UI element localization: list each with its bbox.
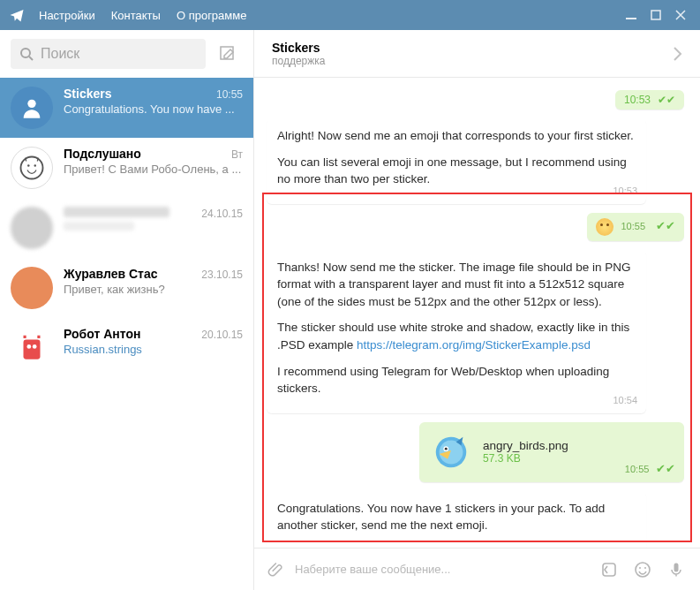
menu-settings[interactable]: Настройки [39, 9, 95, 22]
svg-rect-8 [24, 340, 41, 359]
chat-name: Журавлев Стас [64, 267, 158, 281]
file-size: 57.3 KB [483, 452, 568, 465]
chat-time: 20.10.15 [201, 329, 243, 341]
menu-about[interactable]: О программе [177, 9, 247, 22]
search-input[interactable]: Поиск [11, 39, 206, 69]
attach-icon[interactable] [267, 561, 284, 579]
link[interactable]: https://telegram.org/img/StickerExample.… [357, 338, 591, 352]
chat-preview: Привет! С Вами Робо-Олень, а ... [64, 163, 243, 176]
svg-point-2 [21, 49, 30, 57]
compose-button[interactable] [213, 39, 243, 69]
avatar [11, 147, 53, 189]
message-text: Congratulations. You now have 1 stickers… [277, 500, 636, 534]
message-out-file[interactable]: angry_birds.png 57.3 KB 10:55 ✔✔ [419, 422, 684, 482]
menu-contacts[interactable]: Контакты [111, 9, 161, 22]
emoji-icon [596, 218, 613, 236]
message-time: 10:54 [613, 394, 637, 408]
message-time: 10:53 [613, 185, 637, 199]
avatar [11, 207, 53, 249]
chat-preview [64, 222, 134, 231]
svg-rect-0 [626, 18, 636, 19]
svg-point-9 [26, 344, 31, 349]
mic-icon[interactable] [665, 561, 688, 579]
search-placeholder: Поиск [41, 46, 79, 62]
svg-point-6 [27, 164, 30, 167]
chat-subtitle: поддержка [272, 55, 672, 67]
avatar [11, 327, 53, 369]
message-in: Congratulations. You now have 1 stickers… [267, 491, 646, 548]
svg-point-17 [639, 567, 641, 569]
maximize-icon[interactable] [644, 4, 668, 26]
message-input[interactable]: Наберите ваше сообщение... [295, 563, 587, 576]
message-time: 10:55 ✔✔ [625, 462, 675, 475]
message-in: Thanks! Now send me the sticker. The ima… [267, 250, 646, 413]
message-time: 10:55 [621, 220, 645, 234]
chat-header: Stickers поддержка [254, 30, 700, 78]
message-out: 10:55 ✔✔ [587, 213, 684, 241]
message-time: 10:53 [624, 94, 651, 106]
svg-point-5 [21, 157, 43, 179]
link[interactable]: /publish [466, 545, 508, 548]
chat-title: Stickers [272, 41, 672, 55]
chat-time: 10:55 [216, 88, 243, 101]
chat-preview: Congratulations. You now have ... [64, 102, 243, 116]
chat-item[interactable]: Журавлев Стас23.10.15 Привет, как жизнь? [0, 258, 253, 318]
emoji-icon[interactable] [631, 561, 654, 579]
chat-time: Вт [231, 148, 243, 161]
message-text: The sticker should use white stroke and … [277, 319, 636, 353]
read-checks-icon: ✔✔ [656, 218, 675, 235]
svg-point-18 [644, 567, 646, 569]
sidebar: Поиск Stickers10:55 Congratulations. You… [0, 30, 254, 590]
svg-point-4 [27, 100, 35, 108]
app-logo-icon [7, 5, 26, 25]
command-icon[interactable] [598, 561, 621, 579]
message-text: You can list several emoji in one messag… [277, 154, 636, 188]
chat-item[interactable]: 24.10.15 [0, 198, 253, 258]
svg-rect-19 [674, 563, 679, 571]
chat-item[interactable]: Робот Антон20.10.15 Russian.strings [0, 318, 253, 378]
message-stub-out: 10:53 ✔✔ [615, 90, 684, 110]
chat-item-stickers[interactable]: Stickers10:55 Congratulations. You now h… [0, 78, 253, 138]
read-checks-icon: ✔✔ [658, 94, 675, 106]
message-text: Alright! Now send me an emoji that corre… [277, 127, 636, 145]
svg-point-14 [445, 447, 448, 450]
close-icon[interactable] [668, 4, 693, 26]
message-text: When you're done, simply send the /publi… [277, 543, 636, 548]
svg-point-7 [34, 164, 37, 167]
chat-time: 23.10.15 [201, 269, 243, 281]
messages-area[interactable]: 10:53 ✔✔ Alright! Now send me an emoji t… [254, 78, 700, 548]
chat-name: Подслушано [64, 147, 141, 161]
file-thumbnail-icon [430, 431, 472, 473]
chat-preview: Russian.strings [64, 343, 243, 356]
avatar [11, 267, 53, 309]
message-text: Thanks! Now send me the sticker. The ima… [277, 259, 636, 311]
message-in: Alright! Now send me an emoji that corre… [267, 118, 646, 204]
chat-name: Stickers [64, 87, 111, 101]
minimize-icon[interactable] [619, 4, 644, 26]
chat-item[interactable]: ПодслушаноВт Привет! С Вами Робо-Олень, … [0, 138, 253, 198]
chevron-right-icon[interactable] [672, 46, 682, 62]
svg-rect-1 [651, 11, 660, 19]
message-text: I recommend using Telegram for Web/Deskt… [277, 363, 636, 397]
avatar [11, 87, 53, 129]
svg-point-10 [33, 344, 37, 349]
file-name: angry_birds.png [483, 439, 568, 452]
titlebar: Настройки Контакты О программе [0, 0, 700, 30]
chat-preview: Привет, как жизнь? [64, 283, 243, 296]
chat-time: 24.10.15 [201, 208, 243, 220]
read-checks-icon: ✔✔ [652, 462, 675, 475]
chat-name [64, 207, 169, 217]
chat-pane: Stickers поддержка 10:53 ✔✔ Alright! Now… [254, 30, 700, 590]
input-bar: Наберите ваше сообщение... [254, 548, 700, 590]
search-icon [19, 47, 34, 61]
chat-name: Робот Антон [64, 327, 140, 341]
